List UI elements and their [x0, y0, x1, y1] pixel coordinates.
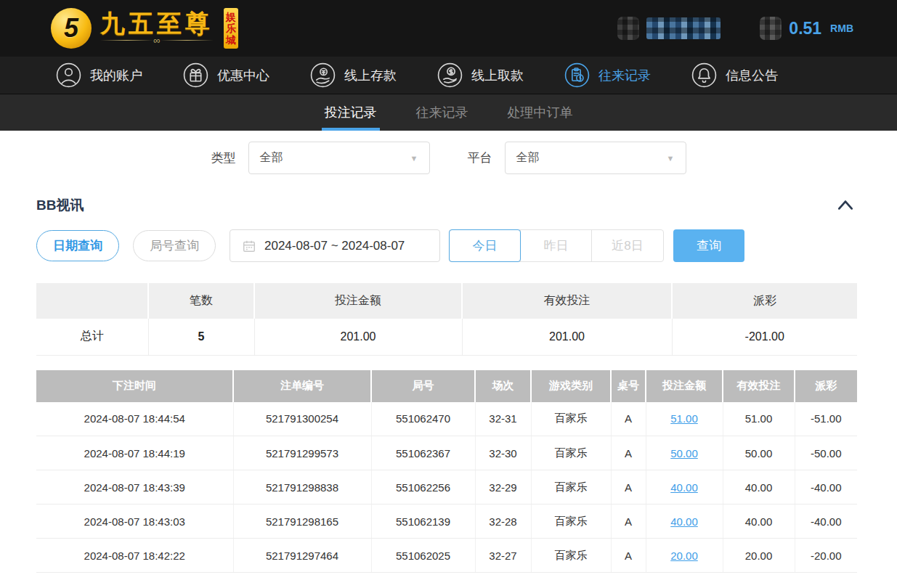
bell-icon [691, 62, 718, 89]
summary-header-valid-bet: 有效投注 [462, 283, 672, 319]
section-head: BB视讯 [36, 196, 855, 215]
cell-table-no: A [611, 402, 646, 436]
col-game-type: 游戏类别 [531, 370, 611, 402]
quick-date-group: 今日 昨日 近8日 [449, 229, 664, 262]
cell-payout: -20.00 [795, 539, 857, 573]
cell-session: 32-27 [475, 539, 531, 573]
cell-valid-bet: 40.00 [723, 470, 795, 505]
date-range-input[interactable]: 2024-08-07 ~ 2024-08-07 [230, 229, 440, 262]
cell-valid-bet: 20.00 [723, 539, 795, 573]
summary-payout: -201.00 [672, 319, 857, 355]
cell-round-no: 551062367 [371, 436, 475, 470]
summary-header-row: 笔数 投注金额 有效投注 派彩 [36, 283, 857, 319]
cell-payout: -50.00 [795, 436, 857, 470]
table-row: 2024-08-07 18:44:54 521791300254 5510624… [36, 402, 857, 436]
cell-valid-bet: 50.00 [723, 436, 795, 470]
cell-table-no: A [611, 436, 646, 470]
date-query-button[interactable]: 日期查询 [36, 230, 119, 261]
table-row: 2024-08-07 18:42:22 521791297464 5510620… [36, 539, 857, 573]
tab-transaction-records[interactable]: 往来记录 [413, 94, 471, 131]
cell-game-type: 百家乐 [531, 436, 611, 470]
calendar-icon [242, 239, 256, 253]
chevron-down-icon: ▼ [410, 154, 418, 163]
nav-item-my-account[interactable]: 我的账户 [55, 62, 142, 89]
cell-order-no: 521791298165 [233, 505, 371, 539]
cell-session: 32-28 [475, 505, 531, 539]
table-header-row: 下注时间 注单编号 局号 场次 游戏类别 桌号 投注金额 有效投注 派彩 [36, 370, 857, 402]
cell-session: 32-29 [475, 470, 531, 505]
balance-value: 0.51 [789, 19, 821, 38]
cell-payout: -40.00 [795, 470, 857, 505]
nav-item-transaction-records[interactable]: 往来记录 [564, 62, 651, 89]
cell-session: 32-31 [475, 402, 531, 436]
cell-session: 32-30 [475, 436, 531, 470]
today-button[interactable]: 今日 [450, 230, 521, 261]
platform-select[interactable]: 全部 ▼ [505, 142, 686, 174]
cell-bet-time: 2024-08-07 18:43:39 [36, 470, 233, 505]
balance-currency: RMB [830, 23, 853, 34]
cell-order-no: 521791298838 [233, 470, 371, 505]
nav-item-promotions[interactable]: 优惠中心 [182, 62, 269, 89]
col-round-no: 局号 [371, 370, 475, 402]
bet-amount-link[interactable]: 50.00 [670, 447, 698, 460]
nav-item-announcements[interactable]: 信息公告 [691, 62, 778, 89]
chevron-up-icon [836, 197, 855, 213]
col-bet-amount: 投注金额 [646, 370, 723, 402]
table-row: 2024-08-07 18:43:39 521791298838 5510622… [36, 470, 857, 505]
filter-row: 类型 全部 ▼ 平台 全部 ▼ [0, 142, 897, 174]
summary-total-row: 总计 5 201.00 201.00 -201.00 [36, 319, 857, 355]
active-tab-underline [322, 128, 380, 131]
cell-bet-time: 2024-08-07 18:44:54 [36, 402, 233, 436]
summary-header-payout: 派彩 [672, 283, 857, 319]
site-logo[interactable]: 5 九五至尊 ∞ 娱 乐 城 [51, 8, 238, 49]
records-icon [564, 62, 590, 89]
nav-item-deposit[interactable]: 线上存款 [309, 62, 397, 89]
gift-icon [182, 62, 209, 89]
cell-valid-bet: 40.00 [723, 505, 795, 539]
user-account-chip[interactable] [617, 17, 721, 40]
col-table-no: 桌号 [611, 370, 646, 402]
summary-valid-bet: 201.00 [462, 319, 672, 355]
cell-bet-time: 2024-08-07 18:43:03 [36, 505, 233, 539]
bet-amount-link[interactable]: 40.00 [670, 481, 698, 494]
cell-table-no: A [611, 470, 646, 505]
date-range-value: 2024-08-07 ~ 2024-08-07 [264, 239, 405, 253]
wallet-icon [760, 17, 782, 40]
cell-game-type: 百家乐 [531, 505, 611, 539]
cell-order-no: 521791299573 [233, 436, 371, 470]
table-row: 2024-08-07 18:44:19 521791299573 5510623… [36, 436, 857, 470]
wallet-balance[interactable]: 0.51 RMB [760, 17, 853, 40]
search-button[interactable]: 查询 [673, 229, 744, 262]
col-session: 场次 [475, 370, 531, 402]
bet-amount-link[interactable]: 40.00 [670, 515, 698, 528]
bet-amount-link[interactable]: 20.00 [670, 550, 698, 562]
type-select[interactable]: 全部 ▼ [248, 142, 430, 174]
cell-round-no: 551062139 [371, 505, 475, 539]
type-filter-label: 类型 [211, 150, 236, 166]
cell-game-type: 百家乐 [531, 402, 611, 436]
bet-amount-link[interactable]: 51.00 [670, 412, 698, 425]
col-order-no: 注单编号 [233, 370, 371, 402]
section-title: BB视讯 [36, 196, 84, 215]
cell-game-type: 百家乐 [531, 539, 611, 573]
cell-round-no: 551062256 [371, 470, 475, 505]
last-8-days-button[interactable]: 近8日 [592, 230, 663, 261]
nav-item-withdraw[interactable]: 线上取款 [437, 62, 524, 89]
yesterday-button[interactable]: 昨日 [521, 230, 592, 261]
top-header: 5 九五至尊 ∞ 娱 乐 城 0.51 RMB [0, 0, 897, 57]
bet-records-table: 下注时间 注单编号 局号 场次 游戏类别 桌号 投注金额 有效投注 派彩 202… [36, 370, 857, 573]
cell-order-no: 521791297464 [233, 539, 371, 573]
cell-bet-time: 2024-08-07 18:44:19 [36, 436, 233, 470]
cell-order-no: 521791300254 [233, 402, 371, 436]
cell-round-no: 551062025 [371, 539, 475, 573]
summary-table: 笔数 投注金额 有效投注 派彩 总计 5 201.00 201.00 -201.… [36, 283, 857, 356]
cell-round-no: 551062470 [371, 402, 475, 436]
chevron-down-icon: ▼ [667, 154, 675, 163]
logo-emblem-icon: 5 [51, 8, 92, 49]
summary-count: 5 [148, 319, 254, 355]
logo-flourish-icon: ∞ [100, 35, 214, 46]
round-query-button[interactable]: 局号查询 [133, 230, 216, 261]
collapse-section-button[interactable] [836, 197, 855, 213]
tab-pending-orders[interactable]: 处理中订单 [505, 94, 576, 131]
tab-bet-records[interactable]: 投注记录 [322, 94, 380, 131]
